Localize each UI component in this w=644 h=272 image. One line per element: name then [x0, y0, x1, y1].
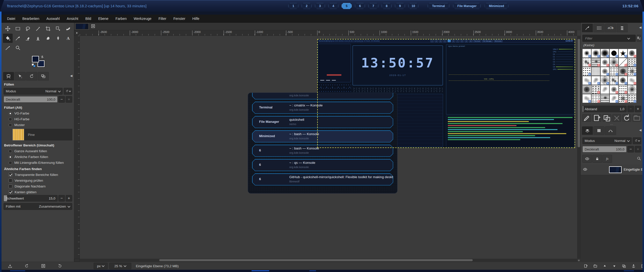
tab-images[interactable]: [38, 72, 49, 81]
tool-ink[interactable]: [53, 34, 63, 43]
tool-smudge[interactable]: [43, 34, 53, 43]
brush-cell[interactable]: +: [619, 58, 627, 67]
menu-item[interactable]: Filter: [155, 15, 170, 22]
brush-cell[interactable]: +: [610, 85, 618, 94]
swap-colors-icon[interactable]: [40, 55, 44, 60]
tab-fonts[interactable]: aCb: [605, 24, 616, 32]
workspace-chip[interactable]: 3: [315, 3, 325, 9]
radio-option[interactable]: Muster: [2, 122, 74, 128]
brush-cell[interactable]: +: [591, 58, 600, 67]
brush-cell[interactable]: +: [610, 49, 618, 58]
navigation-icon[interactable]: [577, 259, 581, 262]
checkbox-option[interactable]: Kanten glätten: [2, 189, 74, 195]
opacity-slider[interactable]: Deckkraft 100,0: [4, 96, 58, 103]
radio-option[interactable]: HG-Farbe: [2, 116, 74, 122]
unit-dropdown[interactable]: px: [94, 263, 108, 269]
fill-by-dropdown[interactable]: Füllen mit Zusammensetzen: [4, 203, 72, 210]
search-icon[interactable]: [637, 156, 641, 162]
save-tool-preset-icon[interactable]: [6, 263, 14, 269]
brush-cell[interactable]: +: [591, 76, 600, 85]
brush-cell[interactable]: +: [600, 58, 609, 67]
threshold-slider[interactable]: Schwellwert 15,0: [4, 195, 58, 202]
brush-cell[interactable]: +: [582, 49, 591, 58]
brush-cell[interactable]: +: [600, 76, 609, 85]
workspace-chip[interactable]: 1: [288, 3, 298, 9]
layer-opacity-slider[interactable]: Deckkraft 100,0: [582, 146, 627, 152]
workspace-chip[interactable]: 6: [355, 3, 365, 9]
duplicate-brush-icon[interactable]: [602, 114, 611, 122]
quick-mask-icon[interactable]: [74, 259, 80, 262]
tab-gradients[interactable]: [617, 24, 628, 32]
mode-reset-button[interactable]: [64, 88, 72, 95]
default-colors-icon[interactable]: [32, 63, 35, 67]
brush-cell[interactable]: +: [628, 67, 636, 76]
foreground-color-swatch[interactable]: [32, 56, 39, 62]
window-switcher-entry[interactable]: org.kde.konsole: [252, 93, 393, 99]
brush-cell[interactable]: +: [619, 76, 627, 85]
checkbox-option[interactable]: Vereinigung prüfen: [2, 178, 74, 183]
radio-option[interactable]: Mit Liniengrafik-Erkennung füllen: [2, 160, 74, 166]
workspace-chip[interactable]: 5: [342, 3, 352, 9]
tab-paths[interactable]: [605, 126, 616, 135]
spacing-slider[interactable]: Abstand 1,0: [582, 106, 627, 112]
brush-cell[interactable]: +: [610, 76, 618, 85]
layer-visibility-eye-icon[interactable]: [583, 167, 587, 172]
image-tab[interactable]: [75, 23, 89, 30]
menu-item[interactable]: Farben: [112, 15, 130, 22]
brush-cell[interactable]: +: [610, 94, 618, 103]
vertical-scrollbar-thumb[interactable]: [578, 39, 580, 147]
mode-dropdown[interactable]: Modus Normal: [4, 88, 63, 95]
menu-item[interactable]: Fenster: [170, 15, 189, 22]
menu-item[interactable]: Hilfe: [189, 15, 203, 22]
raise-layer-icon[interactable]: [601, 263, 609, 269]
tab-layers[interactable]: [582, 126, 593, 135]
window-switcher-entry[interactable]: Minimized ~ : bash — Konsole org.kde.kon…: [252, 130, 393, 142]
brush-cell[interactable]: +: [628, 58, 636, 67]
brush-cell[interactable]: +: [582, 94, 591, 103]
tab-brushes[interactable]: [582, 24, 593, 32]
delete-tool-preset-icon[interactable]: [39, 263, 47, 269]
new-layer-group-icon[interactable]: [591, 263, 599, 269]
window-switcher-entry[interactable]: 6 ~ : qs — Konsole org.kde.konsole: [252, 159, 393, 171]
brush-cell[interactable]: +: [591, 85, 600, 94]
menu-item[interactable]: Ebene: [95, 15, 112, 22]
tool-clone[interactable]: [33, 34, 43, 43]
restore-tool-preset-icon[interactable]: [23, 263, 31, 269]
delete-brush-icon[interactable]: [612, 114, 621, 122]
horizontal-ruler[interactable]: -3500-3000-2500-2000-1500-1000-500050010…: [80, 30, 577, 36]
special-workspace-chip[interactable]: File Manager: [453, 3, 481, 9]
window-switcher-entry[interactable]: Terminal ~ : cmatrix — Konsole org.kde.k…: [252, 102, 393, 114]
brush-cell[interactable]: +: [582, 85, 591, 94]
brush-cell[interactable]: +: [619, 94, 627, 103]
spacing-decrease-button[interactable]: −: [627, 106, 634, 112]
horizontal-scrollbar-thumb[interactable]: [159, 259, 473, 261]
image-menu-icon[interactable]: [74, 30, 80, 36]
layer-opacity-decrease-button[interactable]: −: [627, 146, 634, 152]
lower-layer-icon[interactable]: [610, 263, 618, 269]
brush-cell[interactable]: +: [591, 49, 600, 58]
vertical-ruler[interactable]: [74, 36, 80, 259]
lock-icon[interactable]: [592, 155, 602, 163]
tab-patterns[interactable]: [593, 24, 605, 32]
window-switcher-entry[interactable]: 6 ~ : bash — Konsole org.kde.konsole: [252, 145, 393, 157]
brush-cell[interactable]: +: [619, 67, 627, 76]
new-brush-icon[interactable]: [592, 114, 601, 122]
tool-unified-transform[interactable]: [53, 24, 63, 33]
radio-option[interactable]: VG-Farbe: [2, 110, 74, 116]
open-brush-icon[interactable]: [632, 114, 641, 122]
workspace-chip[interactable]: 4: [328, 3, 338, 9]
tool-bucket-fill[interactable]: [3, 34, 13, 43]
horizontal-scrollbar[interactable]: [80, 259, 577, 262]
dock-collapse-icon[interactable]: ◀: [639, 128, 641, 132]
pattern-chooser[interactable]: Pine: [13, 129, 72, 140]
workspace-chip[interactable]: 9: [395, 3, 405, 9]
brush-cell[interactable]: +: [591, 94, 600, 103]
tag-icon[interactable]: [637, 35, 641, 42]
brush-cell[interactable]: +: [582, 58, 591, 67]
dock-collapse-icon[interactable]: ◀: [639, 26, 641, 29]
window-switcher-entry[interactable]: 6 GitHub - quickshell-mirror/quickshell:…: [252, 173, 393, 185]
menu-item[interactable]: Auswahl: [43, 15, 63, 22]
layer-row[interactable]: Eingefügte Ebene: [581, 165, 643, 175]
opacity-decrease-button[interactable]: −: [58, 96, 65, 103]
tool-text[interactable]: A: [63, 34, 73, 43]
